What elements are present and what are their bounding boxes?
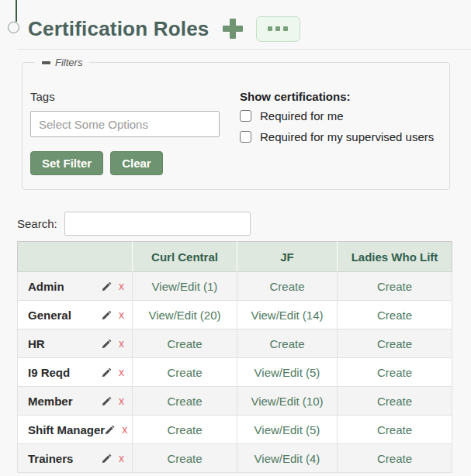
- delete-x-button[interactable]: x: [119, 309, 124, 320]
- table-row: Trainers x Create View/Edit (4) Create: [18, 444, 452, 473]
- cert-action-link[interactable]: View/Edit (14): [251, 309, 323, 322]
- tree-connector-line: [16, 0, 17, 22]
- cert-action-link[interactable]: Create: [167, 337, 202, 350]
- delete-x-button[interactable]: x: [119, 395, 124, 406]
- role-name: Shift Manager: [28, 423, 105, 436]
- required-for-supervised-label[interactable]: Required for my supervised users: [260, 130, 434, 143]
- edit-pencil-icon[interactable]: [102, 396, 112, 406]
- cert-action-link[interactable]: Create: [167, 366, 202, 379]
- set-filter-button[interactable]: Set Filter: [30, 151, 103, 175]
- filters-legend[interactable]: Filters: [35, 57, 89, 68]
- required-for-me-checkbox[interactable]: [240, 110, 251, 122]
- cert-action-link[interactable]: Create: [167, 452, 202, 465]
- cert-action-link[interactable]: Create: [167, 423, 202, 436]
- edit-pencil-icon[interactable]: [102, 310, 112, 320]
- clear-button[interactable]: Clear: [110, 151, 163, 175]
- ellipsis-icon: [268, 26, 272, 31]
- table-row: HR x Create Create Create: [18, 329, 452, 358]
- collapse-minus-icon[interactable]: [42, 61, 50, 64]
- ellipsis-icon: [275, 26, 280, 31]
- page-title: Certification Roles: [28, 17, 210, 41]
- page-header: Certification Roles: [0, 0, 471, 43]
- role-name: Admin: [28, 280, 64, 293]
- certification-roles-table: Curl Central JF Ladies Who Lift Admin x: [17, 241, 452, 473]
- tags-label: Tags: [30, 90, 240, 103]
- cert-action-link[interactable]: View/Edit (10): [251, 395, 323, 408]
- edit-pencil-icon[interactable]: [102, 281, 112, 291]
- ellipsis-icon: [283, 26, 288, 31]
- tree-node-circle: [8, 22, 19, 33]
- table-header-row: Curl Central JF Ladies Who Lift: [18, 242, 452, 272]
- more-options-button[interactable]: [256, 16, 300, 42]
- required-for-me-label[interactable]: Required for me: [260, 109, 344, 122]
- delete-x-button[interactable]: x: [119, 338, 124, 349]
- cert-action-link[interactable]: Create: [269, 337, 304, 350]
- role-name: HR: [28, 337, 45, 350]
- cert-action-link[interactable]: Create: [269, 280, 304, 293]
- column-header-curl-central: Curl Central: [133, 242, 237, 272]
- tags-select-input[interactable]: [30, 111, 220, 137]
- header-divider: [17, 49, 471, 50]
- cert-action-link[interactable]: Create: [377, 452, 412, 465]
- cert-action-link[interactable]: Create: [377, 309, 412, 322]
- cert-action-link[interactable]: Create: [377, 395, 412, 408]
- delete-x-button[interactable]: x: [119, 453, 124, 464]
- edit-pencil-icon[interactable]: [102, 367, 112, 378]
- edit-pencil-icon[interactable]: [102, 339, 112, 349]
- role-name: General: [28, 309, 71, 322]
- column-header-ladies-who-lift: Ladies Who Lift: [338, 242, 452, 272]
- add-icon[interactable]: [223, 19, 243, 39]
- table-row: General x View/Edit (20) View/Edit (14) …: [18, 301, 452, 329]
- cert-action-link[interactable]: Create: [377, 337, 412, 350]
- search-row: Search:: [17, 212, 471, 236]
- cert-action-link[interactable]: View/Edit (4): [255, 452, 320, 465]
- cert-action-link[interactable]: View/Edit (1): [152, 280, 218, 293]
- search-input[interactable]: [64, 212, 251, 236]
- table-row: Admin x View/Edit (1) Create Create: [18, 272, 452, 301]
- cert-action-link[interactable]: Create: [377, 423, 412, 436]
- cert-action-link[interactable]: Create: [377, 280, 412, 293]
- role-name: Member: [28, 395, 73, 408]
- cert-action-link[interactable]: Create: [167, 395, 202, 408]
- column-header-role: [18, 242, 133, 272]
- table-row: Shift Manager x Create View/Edit (5) Cre…: [18, 416, 452, 444]
- filters-legend-label: Filters: [55, 57, 82, 68]
- required-for-supervised-checkbox[interactable]: [240, 131, 251, 143]
- cert-action-link[interactable]: View/Edit (5): [255, 423, 320, 436]
- column-header-jf: JF: [237, 242, 338, 272]
- cert-action-link[interactable]: View/Edit (20): [148, 309, 220, 322]
- delete-x-button[interactable]: x: [122, 424, 127, 435]
- table-row: Member x Create View/Edit (10) Create: [18, 387, 452, 416]
- table-row: I9 Reqd x Create View/Edit (5) Create: [18, 358, 452, 387]
- delete-x-button[interactable]: x: [119, 367, 124, 378]
- delete-x-button[interactable]: x: [119, 281, 124, 291]
- table-body: Admin x View/Edit (1) Create Create Gene…: [18, 272, 452, 473]
- search-label: Search:: [17, 217, 57, 230]
- role-name: I9 Reqd: [28, 366, 70, 379]
- filters-panel: Filters Tags Set Filter Clear Show certi…: [22, 57, 450, 190]
- cert-action-link[interactable]: Create: [377, 366, 412, 379]
- show-certifications-label: Show certifications:: [240, 90, 434, 103]
- edit-pencil-icon[interactable]: [105, 425, 115, 435]
- edit-pencil-icon[interactable]: [102, 454, 112, 464]
- cert-action-link[interactable]: View/Edit (5): [255, 366, 320, 379]
- role-name: Trainers: [28, 452, 73, 465]
